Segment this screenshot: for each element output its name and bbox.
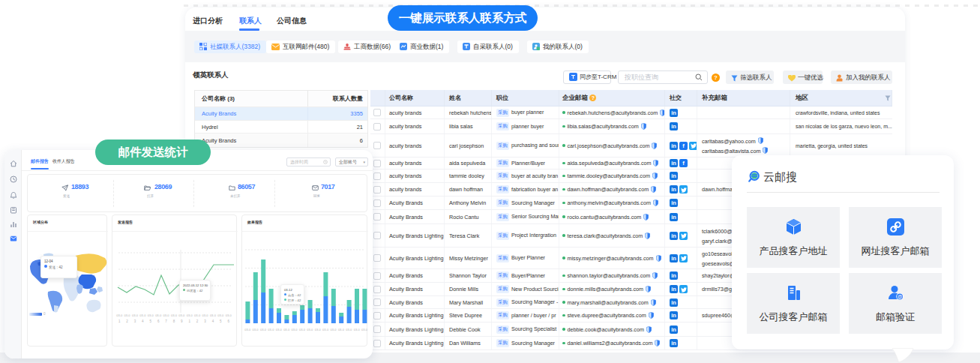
svg-text:@: @ (897, 294, 902, 299)
